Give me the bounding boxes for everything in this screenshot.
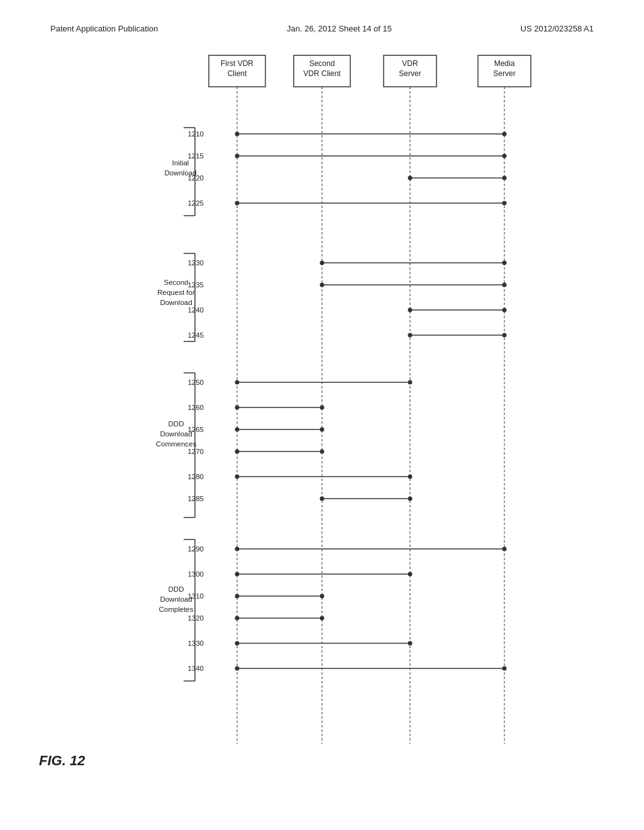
svg-text:1340: 1340 (187, 665, 204, 672)
svg-text:DDD: DDD (169, 420, 184, 428)
svg-point-65 (502, 308, 507, 313)
page: Patent Application Publication Jan. 26, … (0, 0, 644, 830)
svg-text:Second: Second (309, 59, 335, 68)
svg-text:1300: 1300 (187, 570, 204, 578)
svg-text:1235: 1235 (187, 281, 204, 289)
svg-point-80 (235, 428, 240, 432)
svg-point-76 (235, 406, 240, 410)
svg-text:1230: 1230 (187, 259, 204, 267)
svg-point-40 (235, 132, 240, 136)
svg-point-92 (320, 497, 325, 501)
page-header: Patent Application Publication Jan. 26, … (25, 13, 619, 40)
svg-text:1215: 1215 (187, 152, 204, 160)
svg-point-69 (502, 333, 507, 338)
svg-point-96 (235, 547, 240, 551)
svg-point-64 (408, 308, 413, 313)
svg-text:Client: Client (228, 69, 247, 78)
svg-text:1245: 1245 (187, 331, 204, 339)
svg-point-61 (502, 283, 507, 287)
svg-point-113 (408, 641, 413, 646)
svg-text:VDR: VDR (402, 59, 418, 68)
svg-text:Completes: Completes (159, 606, 194, 613)
svg-text:VDR Client: VDR Client (303, 69, 341, 78)
header-left: Patent Application Publication (50, 24, 158, 33)
svg-text:Media: Media (494, 59, 515, 68)
svg-point-81 (320, 428, 325, 432)
svg-text:First VDR: First VDR (221, 59, 253, 68)
svg-text:Download: Download (160, 299, 192, 306)
svg-text:1260: 1260 (187, 404, 204, 411)
svg-text:1330: 1330 (187, 639, 204, 647)
svg-text:1240: 1240 (187, 306, 204, 314)
svg-text:Request for: Request for (157, 289, 195, 296)
svg-point-68 (408, 333, 413, 338)
svg-point-100 (235, 572, 240, 577)
svg-point-52 (235, 201, 240, 206)
svg-point-104 (235, 594, 240, 599)
svg-point-73 (408, 380, 413, 385)
svg-point-45 (502, 154, 507, 158)
svg-text:Second: Second (164, 279, 188, 286)
svg-point-56 (320, 261, 325, 265)
svg-point-57 (502, 261, 507, 265)
svg-point-48 (408, 176, 413, 180)
svg-text:1290: 1290 (187, 545, 204, 553)
svg-text:1210: 1210 (187, 130, 204, 138)
svg-point-41 (502, 132, 507, 136)
svg-text:1220: 1220 (187, 174, 204, 182)
fig-label: FIG. 12 (39, 753, 85, 769)
svg-text:1265: 1265 (187, 426, 204, 433)
header-right: US 2012/023258 A1 (521, 24, 594, 33)
svg-point-97 (502, 547, 507, 551)
svg-point-85 (320, 450, 325, 454)
svg-point-49 (502, 176, 507, 180)
sequence-diagram: First VDR Client Second VDR Client VDR S… (39, 52, 605, 775)
svg-text:1225: 1225 (187, 199, 204, 207)
svg-point-88 (235, 475, 240, 479)
svg-point-109 (320, 616, 325, 621)
svg-text:1280: 1280 (187, 473, 204, 480)
svg-text:DDD: DDD (169, 585, 184, 593)
svg-text:Server: Server (399, 69, 421, 78)
svg-point-77 (320, 406, 325, 410)
svg-text:1250: 1250 (187, 379, 204, 386)
svg-point-112 (235, 641, 240, 646)
svg-point-93 (408, 497, 413, 501)
svg-point-108 (235, 616, 240, 621)
svg-text:1320: 1320 (187, 614, 204, 622)
svg-point-101 (408, 572, 413, 577)
svg-point-53 (502, 201, 507, 206)
svg-text:1270: 1270 (187, 448, 204, 455)
svg-text:1285: 1285 (187, 495, 204, 502)
svg-point-60 (320, 283, 325, 287)
svg-text:Commences: Commences (156, 440, 197, 448)
svg-text:1310: 1310 (187, 592, 204, 600)
svg-point-84 (235, 450, 240, 454)
svg-point-116 (235, 667, 240, 671)
svg-text:Server: Server (493, 69, 515, 78)
svg-point-72 (235, 380, 240, 385)
svg-point-44 (235, 154, 240, 158)
svg-point-89 (408, 475, 413, 479)
svg-text:Initial: Initial (172, 159, 189, 167)
header-center: Jan. 26, 2012 Sheet 14 of 15 (287, 24, 392, 33)
svg-point-117 (502, 667, 507, 671)
svg-point-105 (320, 594, 325, 599)
